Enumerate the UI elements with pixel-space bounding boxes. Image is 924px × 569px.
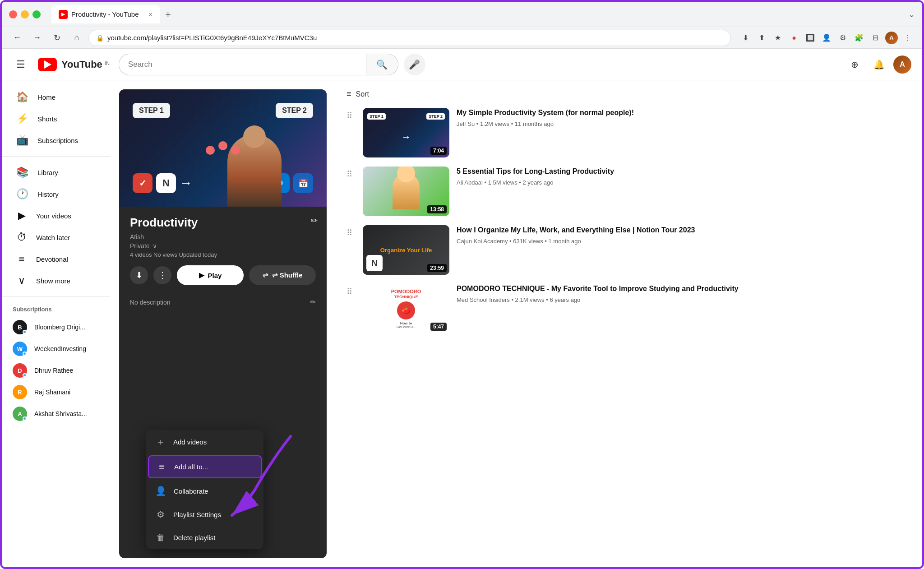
video-dot-4: • — [511, 296, 515, 303]
extension-1-icon[interactable]: ● — [787, 31, 801, 45]
sidebar-sub-bloomberg[interactable]: B Bloomberg Origi... — [2, 316, 110, 338]
sidebar-item-devotional[interactable]: ≡ Devotional — [5, 249, 106, 269]
search-input[interactable] — [119, 54, 366, 75]
back-button[interactable]: ← — [9, 30, 25, 46]
sidebar-item-your-videos[interactable]: ▶ Your videos — [5, 205, 106, 226]
video-views-2: 1.5M views — [488, 179, 517, 186]
video-meta-1: Jeff Su • 1.2M views • 11 months ago — [457, 120, 911, 127]
search-button[interactable]: 🔍 — [366, 54, 398, 75]
drag-handle-2: ⠿ — [346, 167, 356, 179]
dropdown-playlist-settings[interactable]: ⚙ Playlist Settings — [146, 503, 263, 526]
library-icon: 📚 — [16, 167, 28, 178]
lock-icon: 🔒 — [96, 34, 104, 42]
playlist-thumb-content: STEP 1 STEP 2 ✓ N → — [119, 89, 327, 207]
playlist-edit-button[interactable]: ✏ — [311, 216, 318, 226]
youtube-logo[interactable]: YouTube IN — [38, 58, 110, 71]
video-info-4: POMODORO TECHNIQUE - My Favorite Tool to… — [457, 284, 911, 303]
download-playlist-button[interactable]: ⬇ — [130, 266, 148, 284]
sidebar-item-history[interactable]: 🕐 History — [5, 184, 106, 204]
dropdown-add-all-to[interactable]: ≡ Add all to... — [148, 455, 262, 478]
subscriptions-icon: 📺 — [16, 134, 28, 146]
forward-button[interactable]: → — [29, 30, 45, 46]
play-icon: ▶ — [199, 271, 204, 279]
sidebar-sub-weekendinvesting[interactable]: W WeekendInvesting — [2, 338, 110, 360]
refresh-button[interactable]: ↻ — [49, 30, 65, 46]
extension-4-icon[interactable]: ⚙ — [836, 31, 850, 45]
notifications-button[interactable]: 🔔 — [869, 55, 889, 74]
sidebar-label-devotional: Devotional — [36, 255, 68, 263]
arrow-connector: → — [180, 173, 192, 193]
active-tab[interactable]: ▶ Productivity - YouTube × — [51, 5, 160, 23]
tab-yt-icon: ▶ — [59, 10, 68, 19]
sidebar-item-subscriptions[interactable]: 📺 Subscriptions — [5, 130, 106, 151]
desc-edit-button[interactable]: ✏ — [310, 298, 316, 306]
browser-controls: ← → ↻ ⌂ 🔒 youtube.com/playlist?list=PLIS… — [2, 27, 922, 49]
voice-search-button[interactable]: 🎤 — [404, 54, 425, 75]
more-options-button[interactable]: ⋮ — [153, 266, 171, 284]
bloomberg-label: Bloomberg Origi... — [34, 324, 85, 331]
youtube-app: ☰ YouTube IN 🔍 🎤 ⊕ 🔔 A — [2, 49, 922, 567]
video-duration-3: 23:59 — [427, 264, 447, 272]
user-avatar[interactable]: A — [893, 56, 911, 74]
profile-icon[interactable]: A — [884, 31, 899, 45]
video-item-1[interactable]: ⠿ STEP 1 STEP 2 → 7:04 My Simple Product… — [346, 108, 911, 157]
playlist-meta: 4 videos No views Updated today — [130, 251, 316, 258]
playlist-settings-label: Playlist Settings — [173, 511, 221, 518]
dropdown-add-videos[interactable]: ＋ Add videos — [146, 430, 263, 454]
extension-3-icon[interactable]: 👤 — [819, 31, 834, 45]
play-playlist-button[interactable]: ▶ Play — [177, 265, 244, 285]
shuffle-playlist-button[interactable]: ⇌ ⇌ Shuffle — [249, 265, 316, 285]
sidebar-item-watch-later[interactable]: ⏱ Watch later — [5, 227, 106, 248]
video-thumb-1: STEP 1 STEP 2 → 7:04 — [363, 108, 449, 157]
browser-actions: ⬇ ⬆ ★ ● 🔲 👤 ⚙ 🧩 ⊟ A ⋮ — [738, 31, 915, 45]
home-icon: 🏠 — [16, 91, 28, 103]
header-actions: ⊕ 🔔 A — [845, 55, 911, 74]
minimize-traffic-light[interactable] — [21, 10, 29, 19]
home-button[interactable]: ⌂ — [69, 30, 85, 46]
download-icon[interactable]: ⬇ — [738, 31, 753, 45]
bookmark-icon[interactable]: ★ — [771, 31, 785, 45]
share-icon[interactable]: ⬆ — [754, 31, 769, 45]
notion-icon: N — [156, 173, 176, 193]
shuffle-label: ⇌ Shuffle — [272, 271, 303, 279]
sidebar-item-shorts[interactable]: ⚡ Shorts — [5, 108, 106, 129]
extensions-puzzle-icon[interactable]: 🧩 — [852, 31, 866, 45]
sidebar-item-library[interactable]: 📚 Library — [5, 162, 106, 183]
video-item-4[interactable]: ⠿ POMODORO TECHNIQUE 🍅 How to — [346, 284, 911, 333]
sidebar-toggle-icon[interactable]: ⊟ — [868, 31, 882, 45]
sidebar-item-home[interactable]: 🏠 Home — [5, 87, 106, 107]
sidebar-sub-raj[interactable]: R Raj Shamani — [2, 381, 110, 403]
address-bar[interactable]: 🔒 youtube.com/playlist?list=PLISTiG0Xt6y… — [88, 30, 731, 46]
video-item-3[interactable]: ⠿ Organize Your Life N 23:59 How I — [346, 225, 911, 275]
raj-label: Raj Shamani — [34, 389, 70, 396]
chrome-menu-icon[interactable]: ⋮ — [901, 31, 915, 45]
video-age-2: 2 years ago — [522, 179, 553, 186]
delete-icon: 🗑 — [155, 532, 166, 543]
close-traffic-light[interactable] — [9, 10, 17, 19]
dhruv-label: Dhruv Rathee — [34, 367, 73, 374]
playlist-privacy[interactable]: Private ∨ — [130, 242, 316, 250]
create-button[interactable]: ⊕ — [845, 55, 864, 74]
video-dot-1: • — [476, 120, 480, 127]
video-item-2[interactable]: ⠿ 13:58 5 Essential Tips for Long-Lastin… — [346, 167, 911, 216]
todoist-icon: ✓ — [133, 173, 152, 193]
video-views-3: 631K views — [513, 238, 543, 245]
dropdown-collaborate[interactable]: 👤 Collaborate — [146, 479, 263, 503]
sidebar-label-shorts: Shorts — [37, 115, 57, 123]
sort-bar: ≡ Sort — [346, 89, 911, 99]
sidebar-show-more[interactable]: ∨ Show more — [5, 270, 106, 291]
privacy-chevron: ∨ — [152, 242, 157, 250]
sidebar-divider-1 — [2, 156, 110, 157]
playlist-desc-area: No description ✏ — [119, 298, 327, 314]
extension-2-icon[interactable]: 🔲 — [803, 31, 818, 45]
youtube-menu-button[interactable]: ☰ — [13, 55, 29, 74]
maximize-traffic-light[interactable] — [32, 10, 41, 19]
sidebar-sub-akshat[interactable]: A Akshat Shrivasta... — [2, 403, 110, 425]
browser-titlebar: ▶ Productivity - YouTube × + ⌄ — [2, 2, 922, 27]
youtube-main: 🏠 Home ⚡ Shorts 📺 Subscriptions 📚 Librar… — [2, 80, 922, 567]
new-tab-button[interactable]: + — [165, 9, 171, 20]
subscriptions-section-title: Subscriptions — [2, 302, 110, 316]
sidebar-sub-dhruv[interactable]: D Dhruv Rathee — [2, 360, 110, 381]
dropdown-delete-playlist[interactable]: 🗑 Delete playlist — [146, 526, 263, 549]
tab-close-button[interactable]: × — [149, 11, 152, 18]
